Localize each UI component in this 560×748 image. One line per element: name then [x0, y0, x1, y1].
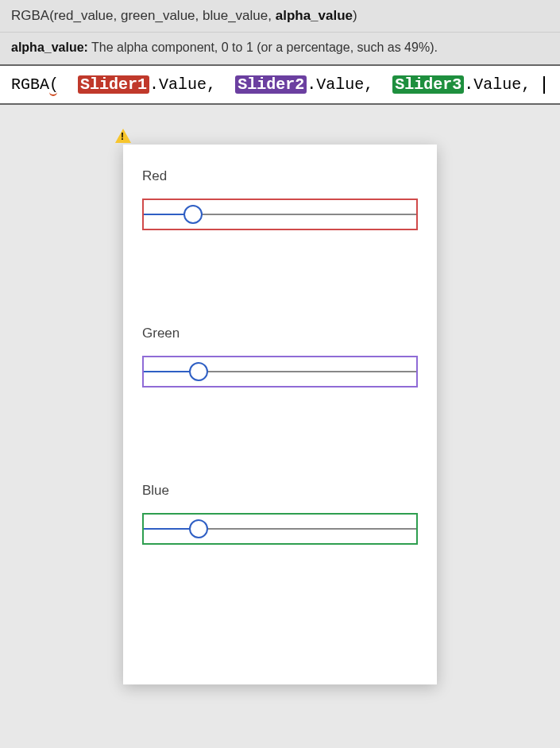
slider-blue[interactable]: [142, 513, 418, 545]
sig-p1: red_value: [54, 8, 114, 23]
prop-3: .Value: [464, 75, 521, 94]
slider-block-blue: Blue: [142, 483, 418, 545]
sig-p2: green_value: [121, 8, 195, 23]
prop-2: .Value: [307, 75, 364, 94]
sig-fn: RGBA: [11, 8, 49, 23]
intellisense-hint: alpha_value: The alpha component, 0 to 1…: [0, 33, 560, 66]
formula-open-paren: (: [49, 75, 59, 94]
slider-block-green: Green: [142, 326, 418, 387]
slider-red[interactable]: [142, 199, 418, 230]
form-card[interactable]: Red Green Blue: [123, 145, 437, 684]
slider-thumb[interactable]: [189, 519, 208, 538]
slider-label-green: Green: [142, 326, 418, 341]
slider-label-blue: Blue: [142, 483, 418, 499]
warning-icon: [115, 129, 131, 143]
token-slider2[interactable]: Slider2: [235, 75, 307, 94]
slider-label-red: Red: [142, 168, 418, 184]
token-slider3[interactable]: Slider3: [392, 75, 464, 94]
formula-bar[interactable]: RGBA( Slider1.Value, Slider2.Value, Slid…: [0, 66, 560, 105]
prop-1: .Value: [149, 75, 207, 94]
text-cursor: [543, 76, 545, 94]
canvas[interactable]: Red Green Blue: [0, 105, 560, 684]
sig-active-param: alpha_value: [276, 8, 353, 23]
hint-text: The alpha component, 0 to 1 (or a percen…: [91, 40, 438, 54]
intellisense-signature: RGBA(red_value, green_value, blue_value,…: [0, 0, 560, 33]
hint-label: alpha_value:: [11, 40, 88, 54]
sig-p3: blue_value: [203, 8, 268, 23]
formula-fn: RGBA: [11, 75, 49, 94]
slider-thumb[interactable]: [189, 362, 208, 381]
slider-block-red: Red: [142, 168, 418, 230]
slider-green[interactable]: [142, 356, 418, 387]
slider-thumb[interactable]: [183, 205, 203, 224]
token-slider1[interactable]: Slider1: [78, 75, 149, 94]
